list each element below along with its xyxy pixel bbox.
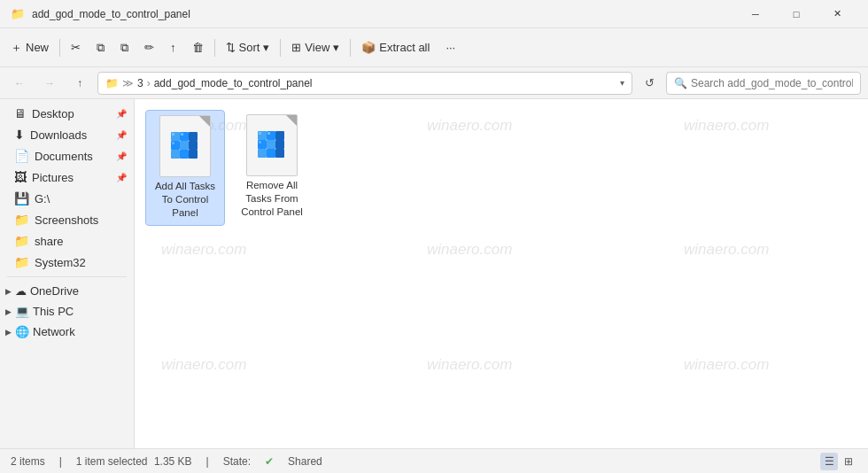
sidebar-item-pictures[interactable]: 🖼 Pictures 📌 (0, 167, 134, 188)
onedrive-arrow: ▶ (5, 287, 12, 296)
pin-icon-documents: 📌 (116, 151, 127, 161)
onedrive-icon: ☁ (15, 284, 27, 298)
sidebar-item-system32[interactable]: 📁 System32 (0, 252, 134, 273)
watermark: winaero.com (684, 241, 769, 259)
toolbar-divider-1 (59, 39, 60, 57)
rename-button[interactable]: ✏ (137, 36, 161, 58)
grid-view-button[interactable]: ⊞ (840, 453, 857, 470)
more-button[interactable]: ··· (438, 36, 462, 58)
sidebar-item-thispc[interactable]: ▶ 💻 This PC (0, 301, 134, 322)
svg-rect-6 (171, 150, 180, 159)
file-icon-2 (242, 115, 302, 175)
watermark: winaero.com (684, 356, 769, 374)
maximize-button[interactable]: □ (776, 0, 817, 28)
file-item-1[interactable]: Add All Tasks To Control Panel (145, 110, 225, 226)
sidebar-label-system32: System32 (35, 256, 86, 269)
copy-button[interactable]: ⧉ (89, 36, 112, 59)
svg-rect-13 (275, 131, 284, 140)
sidebar-item-screenshots[interactable]: 📁 Screenshots (0, 209, 134, 230)
file-grid: Add All Tasks To Control Panel (142, 106, 861, 229)
status-separator: | (59, 455, 62, 468)
pin-icon-downloads: 📌 (116, 130, 127, 140)
sidebar-item-share[interactable]: 📁 share (0, 230, 134, 252)
path-num: 3 (137, 77, 143, 89)
file-content-area[interactable]: winaero.com winaero.com winaero.com wina… (135, 99, 868, 448)
sidebar-label-pictures: Pictures (32, 171, 74, 184)
sidebar-label-onedrive: OneDrive (30, 284, 79, 298)
minimize-button[interactable]: ─ (735, 0, 776, 28)
back-icon: ← (14, 77, 25, 89)
svg-rect-22 (267, 132, 270, 135)
share-icon: ↑ (170, 41, 176, 54)
sidebar-item-gdrive[interactable]: 💾 G:\ (0, 188, 134, 209)
svg-rect-10 (181, 133, 183, 136)
view-icon: ⊞ (291, 41, 301, 54)
watermark: winaero.com (427, 356, 512, 374)
svg-rect-16 (267, 140, 275, 149)
sidebar-label-documents: Documents (35, 150, 93, 163)
svg-rect-21 (259, 132, 261, 135)
delete-button[interactable]: 🗑 (185, 36, 211, 58)
zip-corner-1 (199, 116, 210, 127)
address-bar: ← → ↑ 📁 ≫ 3 › add_god_mode_to_control_pa… (0, 67, 868, 99)
thispc-arrow: ▶ (5, 307, 12, 316)
shared-label: Shared (288, 455, 322, 468)
sidebar-label-gdrive: G:\ (35, 192, 50, 205)
copy-icon: ⧉ (97, 41, 105, 55)
sort-chevron: ▾ (263, 41, 269, 54)
refresh-button[interactable]: ↺ (638, 72, 661, 95)
state-label: State: (223, 455, 251, 468)
path-inner: 📁 ≫ 3 › add_god_mode_to_control_panel (105, 77, 620, 89)
share-button[interactable]: ↑ (163, 36, 183, 58)
address-path[interactable]: 📁 ≫ 3 › add_god_mode_to_control_panel ▾ (97, 72, 632, 95)
svg-rect-5 (189, 141, 198, 150)
svg-rect-11 (172, 142, 174, 144)
view-button[interactable]: ⊞ View ▾ (284, 36, 346, 58)
forward-button[interactable]: → (37, 71, 62, 96)
extract-label: Extract all (379, 41, 430, 54)
shared-icon: ✔ (265, 455, 274, 468)
status-bar: 2 items | 1 item selected 1.35 KB | Stat… (0, 448, 868, 473)
sidebar-item-onedrive[interactable]: ▶ ☁ OneDrive (0, 281, 134, 301)
new-button[interactable]: ＋ New (4, 35, 56, 60)
search-input[interactable] (691, 77, 853, 89)
main-area: 🖥 Desktop 📌 ⬇ Downloads 📌 📄 Documents 📌 … (0, 99, 868, 448)
back-button[interactable]: ← (7, 71, 32, 96)
sidebar-sep1 (7, 276, 127, 277)
paste-button[interactable]: ⧉ (113, 36, 136, 59)
svg-rect-9 (172, 133, 174, 136)
svg-rect-18 (258, 149, 267, 158)
extract-button[interactable]: 📦 Extract all (354, 36, 437, 58)
sidebar-item-documents[interactable]: 📄 Documents 📌 (0, 145, 134, 167)
new-icon: ＋ (11, 40, 22, 56)
selection-info: 1 item selected 1.35 KB (76, 455, 192, 468)
more-icon: ··· (446, 41, 455, 54)
sidebar-label-share: share (35, 235, 64, 248)
list-view-button[interactable]: ☰ (820, 453, 838, 470)
sidebar-label-screenshots: Screenshots (35, 213, 98, 227)
cut-button[interactable]: ✂ (64, 36, 88, 58)
path-dropdown-icon[interactable]: ▾ (620, 78, 624, 88)
up-button[interactable]: ↑ (67, 71, 92, 96)
sidebar-label-thispc: This PC (33, 305, 74, 318)
up-icon: ↑ (77, 77, 82, 89)
close-button[interactable]: ✕ (817, 0, 857, 28)
new-label: New (26, 41, 49, 54)
toolbar-divider-3 (280, 39, 281, 57)
toolbar: ＋ New ✂ ⧉ ⧉ ✏ ↑ 🗑 ⇅ Sort ▾ ⊞ View ▾ 📦 Ex… (0, 28, 868, 67)
screenshots-icon: 📁 (14, 213, 29, 227)
path-separator1: ≫ (122, 77, 134, 89)
file-item-2[interactable]: Remove All Tasks From Control Panel (232, 110, 312, 226)
path-separator2: › (147, 77, 151, 89)
network-icon: 🌐 (15, 325, 29, 338)
search-box[interactable]: 🔍 (666, 72, 861, 95)
svg-rect-20 (275, 149, 284, 158)
file-label-1: Add All Tasks To Control Panel (150, 180, 221, 220)
sidebar-item-downloads[interactable]: ⬇ Downloads 📌 (0, 124, 134, 145)
view-toggle: ☰ ⊞ (820, 453, 857, 470)
sidebar-item-desktop[interactable]: 🖥 Desktop 📌 (0, 103, 134, 124)
paste-icon: ⧉ (120, 41, 128, 55)
sort-button[interactable]: ⇅ Sort ▾ (219, 36, 277, 58)
svg-rect-23 (259, 141, 261, 143)
sidebar-item-network[interactable]: ▶ 🌐 Network (0, 322, 134, 342)
